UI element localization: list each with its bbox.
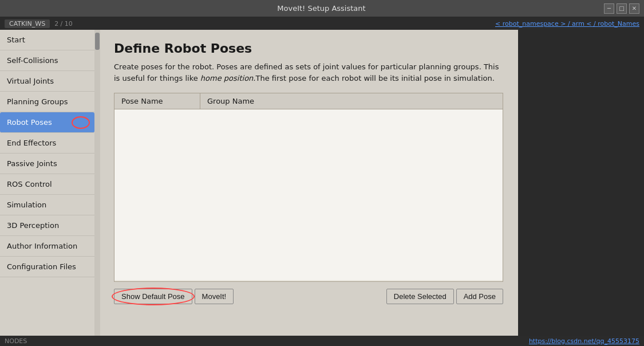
sidebar-item-robot-poses[interactable]: Robot Poses bbox=[0, 112, 94, 133]
sidebar-item-author-information[interactable]: Author Information bbox=[0, 236, 94, 257]
window-controls: − □ ✕ bbox=[604, 3, 639, 14]
description: Create poses for the robot. Poses are de… bbox=[114, 61, 503, 84]
buttons-row: Show Default Pose MoveIt! Delete Selecte… bbox=[114, 289, 503, 304]
sidebar-item-virtual-joints[interactable]: Virtual Joints bbox=[0, 71, 94, 92]
sidebar-item-planning-groups[interactable]: Planning Groups bbox=[0, 92, 94, 112]
3d-view-panel bbox=[518, 30, 644, 346]
table-body bbox=[114, 109, 503, 280]
top-bar: CATKIN_WS 2 / 10 < robot_namespace > / a… bbox=[0, 17, 644, 30]
sidebar-item-end-effectors[interactable]: End Effectors bbox=[0, 133, 94, 154]
moveit-button[interactable]: MoveIt! bbox=[195, 289, 234, 304]
main-container: Start Self-Collisions Virtual Joints Pla… bbox=[0, 30, 644, 346]
content-area: Define Robot Poses Create poses for the … bbox=[100, 30, 518, 346]
sidebar-item-start[interactable]: Start bbox=[0, 30, 94, 50]
right-buttons: Delete Selected Add Pose bbox=[386, 289, 503, 304]
sidebar-item-ros-control[interactable]: ROS Control bbox=[0, 174, 94, 195]
col-group-name: Group Name bbox=[200, 93, 503, 109]
sidebar-item-passive-joints[interactable]: Passive Joints bbox=[0, 154, 94, 174]
status-url-link[interactable]: https://blog.csdn.net/qq_45553175 bbox=[529, 337, 639, 345]
sidebar-item-simulation[interactable]: Simulation bbox=[0, 195, 94, 215]
page-title: Define Robot Poses bbox=[114, 41, 504, 56]
window-title: MoveIt! Setup Assistant bbox=[39, 4, 604, 13]
status-bar: NODES https://blog.csdn.net/qq_45553175 bbox=[0, 336, 644, 346]
sidebar-item-configuration-files[interactable]: Configuration Files bbox=[0, 257, 94, 277]
sidebar: Start Self-Collisions Virtual Joints Pla… bbox=[0, 30, 94, 346]
table-header: Pose Name Group Name bbox=[114, 93, 503, 109]
robot-namespace-link[interactable]: < robot_namespace > / arm < / robot_Name… bbox=[495, 20, 639, 27]
description-italic: home position. bbox=[200, 74, 256, 82]
sidebar-item-self-collisions[interactable]: Self-Collisions bbox=[0, 50, 94, 71]
delete-selected-button[interactable]: Delete Selected bbox=[386, 289, 454, 304]
restore-button[interactable]: □ bbox=[617, 3, 627, 14]
add-pose-button[interactable]: Add Pose bbox=[456, 289, 503, 304]
col-pose-name: Pose Name bbox=[114, 93, 200, 109]
sidebar-item-3d-perception[interactable]: 3D Perception bbox=[0, 215, 94, 236]
show-default-pose-button[interactable]: Show Default Pose bbox=[114, 289, 192, 304]
close-button[interactable]: ✕ bbox=[629, 3, 639, 14]
sidebar-scrollbar-thumb[interactable] bbox=[95, 33, 100, 50]
title-bar: MoveIt! Setup Assistant − □ ✕ bbox=[0, 0, 644, 17]
catkin-ws-label: CATKIN_WS bbox=[5, 19, 50, 28]
minimize-button[interactable]: − bbox=[604, 3, 614, 14]
description-text2: The first pose for each robot will be it… bbox=[255, 74, 494, 82]
sidebar-scrollbar[interactable] bbox=[94, 30, 100, 346]
poses-table: Pose Name Group Name bbox=[114, 93, 503, 282]
step-indicator: 2 / 10 bbox=[54, 20, 73, 27]
status-nodes-label: NODES bbox=[5, 337, 27, 345]
